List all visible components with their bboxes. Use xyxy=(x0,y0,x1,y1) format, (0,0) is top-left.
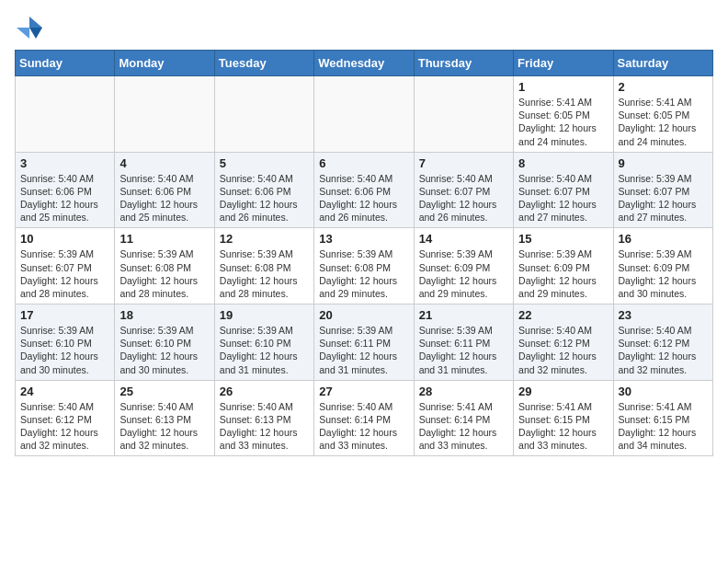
day-info: Sunrise: 5:39 AM Sunset: 6:09 PM Dayligh… xyxy=(419,247,508,300)
weekday-label: Tuesday xyxy=(214,51,313,76)
calendar-day-cell: 24Sunrise: 5:40 AM Sunset: 6:12 PM Dayli… xyxy=(16,380,115,456)
day-number: 19 xyxy=(220,308,309,322)
day-number: 2 xyxy=(619,80,708,94)
day-number: 28 xyxy=(419,385,508,398)
calendar-day-cell: 1Sunrise: 5:41 AM Sunset: 6:05 PM Daylig… xyxy=(514,76,613,153)
day-info: Sunrise: 5:39 AM Sunset: 6:10 PM Dayligh… xyxy=(119,324,209,376)
day-info: Sunrise: 5:41 AM Sunset: 6:14 PM Dayligh… xyxy=(419,400,508,453)
calendar-day-cell: 22Sunrise: 5:40 AM Sunset: 6:12 PM Dayli… xyxy=(514,304,613,381)
day-number: 9 xyxy=(619,156,708,170)
calendar-week-row: 24Sunrise: 5:40 AM Sunset: 6:12 PM Dayli… xyxy=(16,380,713,456)
calendar-day-cell: 18Sunrise: 5:39 AM Sunset: 6:10 PM Dayli… xyxy=(115,304,214,381)
day-number: 1 xyxy=(518,80,608,94)
calendar-day-cell: 23Sunrise: 5:40 AM Sunset: 6:12 PM Dayli… xyxy=(613,304,712,381)
calendar-table: SundayMondayTuesdayWednesdayThursdayFrid… xyxy=(15,50,713,456)
day-number: 24 xyxy=(20,385,109,398)
day-number: 14 xyxy=(419,232,508,246)
logo xyxy=(15,15,48,40)
day-number: 30 xyxy=(619,385,708,398)
day-number: 29 xyxy=(518,385,608,398)
calendar-day-cell: 11Sunrise: 5:39 AM Sunset: 6:08 PM Dayli… xyxy=(115,228,214,304)
svg-marker-1 xyxy=(29,28,42,39)
weekday-label: Monday xyxy=(115,51,214,76)
weekday-label: Wednesday xyxy=(314,51,414,76)
calendar-body: 1Sunrise: 5:41 AM Sunset: 6:05 PM Daylig… xyxy=(16,76,713,456)
calendar-day-cell: 12Sunrise: 5:39 AM Sunset: 6:08 PM Dayli… xyxy=(214,228,313,304)
calendar-day-cell: 14Sunrise: 5:39 AM Sunset: 6:09 PM Dayli… xyxy=(414,228,513,304)
svg-marker-2 xyxy=(17,28,29,39)
day-info: Sunrise: 5:41 AM Sunset: 6:15 PM Dayligh… xyxy=(518,400,608,453)
day-info: Sunrise: 5:39 AM Sunset: 6:09 PM Dayligh… xyxy=(619,247,708,300)
day-number: 5 xyxy=(220,156,309,170)
day-number: 21 xyxy=(419,308,508,322)
day-info: Sunrise: 5:39 AM Sunset: 6:08 PM Dayligh… xyxy=(119,247,209,300)
day-info: Sunrise: 5:39 AM Sunset: 6:07 PM Dayligh… xyxy=(619,172,708,224)
calendar-day-cell: 3Sunrise: 5:40 AM Sunset: 6:06 PM Daylig… xyxy=(16,152,115,228)
weekday-header-row: SundayMondayTuesdayWednesdayThursdayFrid… xyxy=(16,51,713,76)
calendar-header: SundayMondayTuesdayWednesdayThursdayFrid… xyxy=(16,51,713,76)
day-info: Sunrise: 5:40 AM Sunset: 6:07 PM Dayligh… xyxy=(518,172,608,224)
day-info: Sunrise: 5:40 AM Sunset: 6:13 PM Dayligh… xyxy=(119,400,209,453)
day-info: Sunrise: 5:41 AM Sunset: 6:05 PM Dayligh… xyxy=(619,96,708,148)
day-number: 15 xyxy=(518,232,608,246)
day-number: 3 xyxy=(20,156,109,170)
calendar-day-cell: 30Sunrise: 5:41 AM Sunset: 6:15 PM Dayli… xyxy=(613,380,712,456)
day-info: Sunrise: 5:39 AM Sunset: 6:10 PM Dayligh… xyxy=(220,324,309,376)
day-info: Sunrise: 5:39 AM Sunset: 6:10 PM Dayligh… xyxy=(20,324,109,376)
calendar-day-cell: 25Sunrise: 5:40 AM Sunset: 6:13 PM Dayli… xyxy=(115,380,214,456)
calendar-day-cell: 27Sunrise: 5:40 AM Sunset: 6:14 PM Dayli… xyxy=(314,380,414,456)
day-number: 17 xyxy=(20,308,109,322)
day-info: Sunrise: 5:39 AM Sunset: 6:11 PM Dayligh… xyxy=(319,324,408,376)
weekday-label: Saturday xyxy=(613,51,712,76)
calendar-day-cell: 2Sunrise: 5:41 AM Sunset: 6:05 PM Daylig… xyxy=(613,76,712,153)
calendar-day-cell xyxy=(414,76,513,153)
day-info: Sunrise: 5:40 AM Sunset: 6:06 PM Dayligh… xyxy=(220,172,309,224)
day-number: 8 xyxy=(518,156,608,170)
calendar-week-row: 10Sunrise: 5:39 AM Sunset: 6:07 PM Dayli… xyxy=(16,228,713,304)
calendar-day-cell: 16Sunrise: 5:39 AM Sunset: 6:09 PM Dayli… xyxy=(613,228,712,304)
day-number: 22 xyxy=(518,308,608,322)
calendar-day-cell xyxy=(314,76,414,153)
day-number: 27 xyxy=(319,385,408,398)
day-number: 20 xyxy=(319,308,408,322)
calendar-day-cell xyxy=(214,76,313,153)
day-number: 7 xyxy=(419,156,508,170)
day-info: Sunrise: 5:41 AM Sunset: 6:05 PM Dayligh… xyxy=(518,96,608,148)
calendar-day-cell: 28Sunrise: 5:41 AM Sunset: 6:14 PM Dayli… xyxy=(414,380,513,456)
weekday-label: Sunday xyxy=(16,51,115,76)
calendar-day-cell: 15Sunrise: 5:39 AM Sunset: 6:09 PM Dayli… xyxy=(514,228,613,304)
day-number: 12 xyxy=(220,232,309,246)
day-info: Sunrise: 5:39 AM Sunset: 6:08 PM Dayligh… xyxy=(319,247,408,300)
day-info: Sunrise: 5:39 AM Sunset: 6:09 PM Dayligh… xyxy=(518,247,608,300)
svg-marker-0 xyxy=(29,17,42,28)
day-number: 16 xyxy=(619,232,708,246)
day-info: Sunrise: 5:40 AM Sunset: 6:13 PM Dayligh… xyxy=(220,400,309,453)
calendar-day-cell: 26Sunrise: 5:40 AM Sunset: 6:13 PM Dayli… xyxy=(214,380,313,456)
calendar-day-cell: 10Sunrise: 5:39 AM Sunset: 6:07 PM Dayli… xyxy=(16,228,115,304)
calendar-week-row: 1Sunrise: 5:41 AM Sunset: 6:05 PM Daylig… xyxy=(16,76,713,153)
day-info: Sunrise: 5:39 AM Sunset: 6:11 PM Dayligh… xyxy=(419,324,508,376)
day-info: Sunrise: 5:39 AM Sunset: 6:08 PM Dayligh… xyxy=(220,247,309,300)
day-number: 18 xyxy=(119,308,209,322)
day-info: Sunrise: 5:40 AM Sunset: 6:12 PM Dayligh… xyxy=(619,324,708,376)
logo-icon xyxy=(15,15,44,40)
calendar-day-cell: 5Sunrise: 5:40 AM Sunset: 6:06 PM Daylig… xyxy=(214,152,313,228)
calendar-day-cell: 21Sunrise: 5:39 AM Sunset: 6:11 PM Dayli… xyxy=(414,304,513,381)
calendar-day-cell: 29Sunrise: 5:41 AM Sunset: 6:15 PM Dayli… xyxy=(514,380,613,456)
calendar-week-row: 3Sunrise: 5:40 AM Sunset: 6:06 PM Daylig… xyxy=(16,152,713,228)
day-number: 11 xyxy=(119,232,209,246)
calendar-day-cell: 13Sunrise: 5:39 AM Sunset: 6:08 PM Dayli… xyxy=(314,228,414,304)
calendar-day-cell: 19Sunrise: 5:39 AM Sunset: 6:10 PM Dayli… xyxy=(214,304,313,381)
calendar-day-cell: 9Sunrise: 5:39 AM Sunset: 6:07 PM Daylig… xyxy=(613,152,712,228)
page-header xyxy=(15,15,713,40)
weekday-label: Thursday xyxy=(414,51,513,76)
calendar-day-cell xyxy=(115,76,214,153)
calendar-day-cell: 8Sunrise: 5:40 AM Sunset: 6:07 PM Daylig… xyxy=(514,152,613,228)
day-number: 6 xyxy=(319,156,408,170)
day-info: Sunrise: 5:40 AM Sunset: 6:06 PM Dayligh… xyxy=(319,172,408,224)
calendar-week-row: 17Sunrise: 5:39 AM Sunset: 6:10 PM Dayli… xyxy=(16,304,713,381)
calendar-day-cell: 6Sunrise: 5:40 AM Sunset: 6:06 PM Daylig… xyxy=(314,152,414,228)
calendar-day-cell xyxy=(16,76,115,153)
day-info: Sunrise: 5:40 AM Sunset: 6:06 PM Dayligh… xyxy=(20,172,109,224)
day-number: 4 xyxy=(119,156,209,170)
